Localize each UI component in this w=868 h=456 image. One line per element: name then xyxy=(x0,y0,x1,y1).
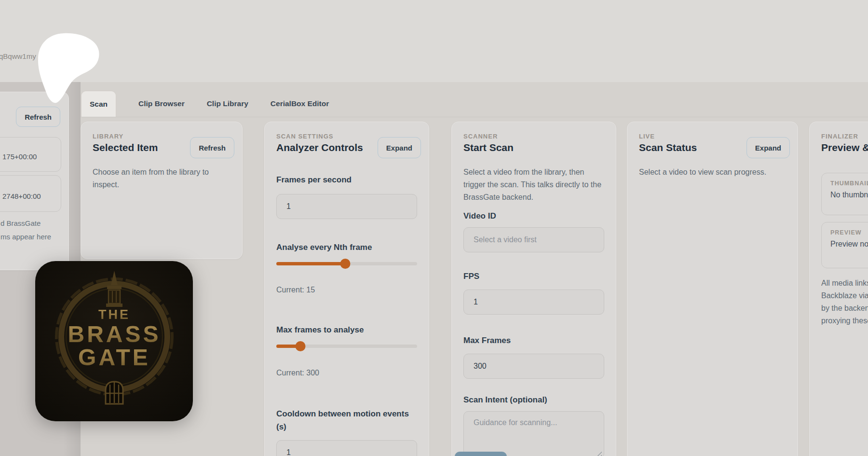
thumbnail-eyebrow: THUMBNAIL xyxy=(830,180,868,187)
thumbnail-status-text: No thumbna xyxy=(830,191,868,199)
scanner-max-frames-label: Max Frames xyxy=(463,334,604,347)
tab-clip-browser[interactable]: Clip Browser xyxy=(138,91,185,117)
app-page: qBqww1my Refresh 175+00:00 2748+00:00 d … xyxy=(0,0,868,456)
scanner-eyebrow: SCANNER xyxy=(463,133,604,140)
scanner-fps-label: FPS xyxy=(463,270,604,283)
sidebar-panel: Refresh 175+00:00 2748+00:00 d BrassGate… xyxy=(0,92,69,270)
list-item-timestamp: 2748+00:00 xyxy=(2,192,41,200)
scan-intent-label: Scan Intent (optional) xyxy=(463,393,604,406)
cooldown-label-line1: Cooldown between motion events xyxy=(276,407,417,420)
video-id-label: Video ID xyxy=(463,209,604,222)
list-item-timestamp: 175+00:00 xyxy=(2,152,37,161)
start-scan-button[interactable] xyxy=(455,452,507,456)
thumbnail-card: THUMBNAIL No thumbna xyxy=(821,173,868,215)
scanner-helper-text: Select a video from the library, then tr… xyxy=(463,166,605,204)
library-refresh-label: Refresh xyxy=(199,144,226,152)
live-expand-label: Expand xyxy=(755,144,781,152)
preview-eyebrow: PREVIEW xyxy=(830,229,868,236)
finalizer-note-line2: Backblaze via p xyxy=(821,290,868,302)
logo-word-gate: GATE xyxy=(78,345,150,370)
nth-frame-slider[interactable] xyxy=(276,258,417,269)
library-helper-text: Choose an item from the library to inspe… xyxy=(93,166,233,191)
preview-card: PREVIEW Preview not xyxy=(821,222,868,268)
brass-gate-logo: THE BRASS GATE xyxy=(35,261,193,423)
scan-settings-expand-label: Expand xyxy=(386,144,412,152)
scan-settings-expand-button[interactable]: Expand xyxy=(378,137,421,158)
live-expand-button[interactable]: Expand xyxy=(746,137,790,158)
scanner-fps-input[interactable] xyxy=(463,290,604,315)
scan-intent-textarea[interactable] xyxy=(463,411,604,456)
library-panel: LIBRARY Selected Item Refresh Choose an … xyxy=(81,122,243,259)
scanner-max-frames-input[interactable] xyxy=(463,354,604,379)
logo-word-brass: BRASS xyxy=(68,321,161,347)
live-helper-text: Select a video to view scan progress. xyxy=(639,166,786,179)
nth-frame-current: Current: 15 xyxy=(276,286,417,294)
logo-word-the: THE xyxy=(98,307,130,322)
cooldown-label: Cooldown between motion events (s) xyxy=(276,407,417,433)
scanner-title: Start Scan xyxy=(463,142,604,153)
max-frames-current: Current: 300 xyxy=(276,369,417,377)
sidebar-refresh-label: Refresh xyxy=(25,113,52,121)
finalizer-note-line4: proxying these xyxy=(821,315,868,327)
fps-label: Frames per second xyxy=(276,173,417,186)
sidebar-empty-note-line2: ms appear here xyxy=(0,230,51,244)
sidebar-empty-note-line1: d BrassGate xyxy=(0,217,41,230)
max-frames-slider[interactable] xyxy=(276,341,417,351)
preview-status-text: Preview not xyxy=(830,240,868,249)
finalizer-eyebrow: FINALIZER xyxy=(821,133,868,140)
sidebar-refresh-button[interactable]: Refresh xyxy=(16,107,60,127)
finalizer-note-line1: All media links xyxy=(821,277,868,290)
tab-cerialbox-editor[interactable]: CerialBox Editor xyxy=(271,91,329,117)
cooldown-label-line2: (s) xyxy=(276,420,417,433)
cooldown-input[interactable] xyxy=(276,440,417,456)
nth-frame-label: Analyse every Nth frame xyxy=(276,241,417,254)
finalizer-note: All media links Backblaze via p by the b… xyxy=(821,277,868,327)
library-refresh-button[interactable]: Refresh xyxy=(190,137,234,158)
tab-separator xyxy=(81,117,868,117)
finalizer-note-line3: by the backen xyxy=(821,302,868,315)
fps-input[interactable] xyxy=(276,194,417,219)
brass-gate-logo-image: THE BRASS GATE xyxy=(35,261,193,421)
finalizer-title: Preview & xyxy=(821,142,868,153)
finalizer-panel: FINALIZER Preview & THUMBNAIL No thumbna… xyxy=(809,122,868,456)
tab-bar: Scan Clip Browser Clip Library CerialBox… xyxy=(81,91,329,117)
scan-settings-panel: SCAN SETTINGS Analyzer Controls Expand F… xyxy=(264,122,429,456)
tab-clip-library[interactable]: Clip Library xyxy=(207,91,248,117)
live-panel: LIVE Scan Status Expand Select a video t… xyxy=(627,122,798,456)
slider-thumb[interactable] xyxy=(295,341,305,351)
max-frames-label: Max frames to analyse xyxy=(276,323,417,336)
slider-fill xyxy=(276,262,345,265)
video-id-input[interactable] xyxy=(463,227,604,252)
scanner-panel: SCANNER Start Scan Select a video from t… xyxy=(451,122,616,456)
slider-thumb[interactable] xyxy=(340,259,351,269)
paint-blob xyxy=(29,27,106,109)
